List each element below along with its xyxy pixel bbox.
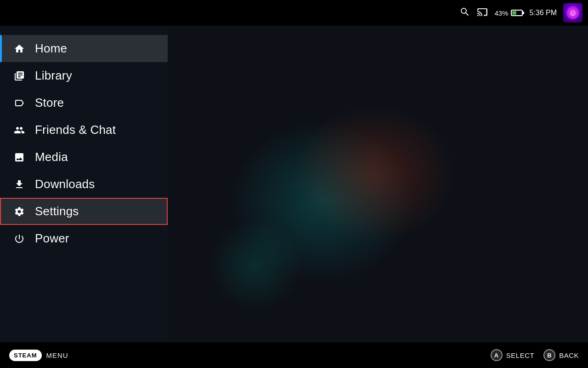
sidebar-label-library: Library	[35, 69, 72, 83]
top-bar-icons: 43% 5:36 PM	[459, 3, 582, 23]
sidebar-label-home: Home	[35, 41, 67, 56]
sidebar-item-store[interactable]: Store	[0, 89, 168, 116]
bottom-bar: STEAM MENU A SELECT B BACK	[0, 342, 588, 368]
sidebar-label-downloads: Downloads	[35, 177, 95, 191]
media-icon	[13, 152, 26, 163]
sidebar-item-library[interactable]: Library	[0, 62, 168, 89]
home-icon	[13, 43, 26, 54]
sidebar-label-friends: Friends & Chat	[35, 123, 116, 137]
power-icon	[13, 233, 26, 244]
battery-percent-label: 43%	[494, 9, 508, 17]
steam-badge[interactable]: STEAM	[9, 350, 42, 361]
battery-section: 43%	[494, 9, 523, 17]
bg-blur-red	[294, 105, 455, 243]
sidebar: Home Library Store Friends & Chat Media …	[0, 26, 168, 342]
select-label: SELECT	[506, 351, 534, 359]
avatar[interactable]	[563, 3, 582, 23]
time-display: 5:36 PM	[529, 9, 557, 17]
sidebar-item-media[interactable]: Media	[0, 144, 168, 171]
a-button-circle: A	[491, 349, 503, 361]
sidebar-item-power[interactable]: Power	[0, 225, 168, 252]
search-icon[interactable]	[459, 6, 470, 20]
top-bar: 43% 5:36 PM	[0, 0, 588, 26]
settings-icon	[13, 206, 26, 217]
sidebar-item-downloads[interactable]: Downloads	[0, 171, 168, 198]
sidebar-item-settings[interactable]: Settings	[0, 198, 168, 225]
select-button[interactable]: A SELECT	[491, 349, 534, 361]
bottom-right-controls: A SELECT B BACK	[491, 349, 579, 361]
library-icon	[13, 70, 26, 81]
sidebar-label-power: Power	[35, 231, 69, 246]
battery-icon	[511, 10, 523, 16]
store-icon	[13, 98, 26, 109]
bg-blur-teal	[210, 218, 302, 310]
sidebar-item-home[interactable]: Home	[0, 35, 168, 62]
menu-label: MENU	[46, 351, 68, 359]
sidebar-item-friends[interactable]: Friends & Chat	[0, 116, 168, 144]
sidebar-label-media: Media	[35, 150, 68, 164]
b-button-circle: B	[543, 349, 555, 361]
avatar-face	[566, 6, 579, 19]
sidebar-label-settings: Settings	[35, 204, 79, 218]
downloads-icon	[13, 179, 26, 190]
sidebar-label-store: Store	[35, 96, 64, 110]
back-button[interactable]: B BACK	[543, 349, 579, 361]
main-background	[168, 26, 588, 342]
cast-icon[interactable]	[477, 6, 488, 20]
friends-icon	[13, 125, 26, 136]
avatar-inner	[563, 3, 582, 23]
back-label: BACK	[559, 351, 579, 359]
